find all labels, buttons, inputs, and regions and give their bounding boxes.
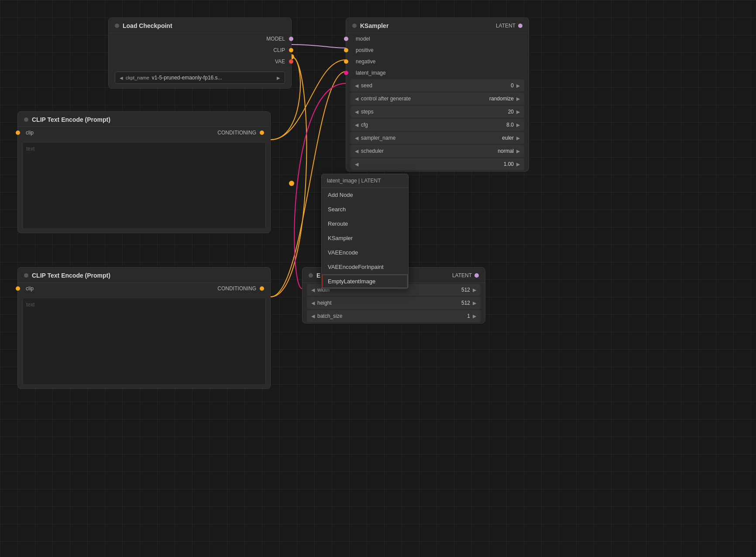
sampler-left-arrow[interactable]: ◀ xyxy=(355,135,358,141)
scheduler-left-arrow[interactable]: ◀ xyxy=(355,148,358,154)
control-label: control after generate xyxy=(361,96,489,102)
menu-item-ksampler[interactable]: KSampler xyxy=(322,231,408,245)
clip2-ports-row: clip CONDITIONING xyxy=(18,283,270,294)
sampler-right-arrow[interactable]: ▶ xyxy=(516,135,520,141)
clip-encode-2-header: CLIP Text Encode (Prompt) xyxy=(18,268,270,283)
control-value: randomize xyxy=(489,96,514,102)
checkpoint-selector[interactable]: ◀ ckpt_name v1-5-pruned-emaonly-fp16.s..… xyxy=(115,72,285,84)
clip2-text-placeholder: text xyxy=(26,302,34,308)
steps-param[interactable]: ◀ steps 20 ▶ xyxy=(351,106,524,118)
model-output-port[interactable] xyxy=(289,37,293,41)
clip2-input-port[interactable] xyxy=(16,286,20,291)
sampler-param[interactable]: ◀ sampler_name euler ▶ xyxy=(351,132,524,144)
vae-port-row: VAE xyxy=(109,56,291,67)
cfg-label: cfg xyxy=(361,122,506,128)
clip1-in-label: clip xyxy=(26,130,34,136)
seed-left-arrow[interactable]: ◀ xyxy=(355,83,358,89)
scheduler-param[interactable]: ◀ scheduler normal ▶ xyxy=(351,145,524,157)
context-menu: latent_image | LATENT Add Node Search Re… xyxy=(321,174,409,289)
node-title: Load Checkpoint xyxy=(123,22,172,29)
clip2-in-label: clip xyxy=(26,285,34,292)
cfg-right-arrow[interactable]: ▶ xyxy=(516,122,520,128)
height-right-arrow[interactable]: ▶ xyxy=(473,300,476,306)
seed-value: 0 xyxy=(511,83,514,89)
clip1-conditioning-port[interactable] xyxy=(260,131,264,135)
batch-param[interactable]: ◀ batch_size 1 ▶ xyxy=(307,310,481,322)
width-right-arrow[interactable]: ▶ xyxy=(473,287,476,293)
negative-in-label: negative xyxy=(356,58,375,65)
seed-right-arrow[interactable]: ▶ xyxy=(516,83,520,89)
batch-right-arrow[interactable]: ▶ xyxy=(473,313,476,319)
menu-item-add-node[interactable]: Add Node xyxy=(322,188,408,202)
denoise-param[interactable]: ◀ 1.00 ▶ xyxy=(351,158,524,170)
menu-item-emptylatentimage[interactable]: EmptyLatentImage xyxy=(322,274,408,289)
svg-point-1 xyxy=(289,181,294,186)
clip-encode-1-header: CLIP Text Encode (Prompt) xyxy=(18,112,270,127)
positive-in-row: positive xyxy=(346,45,529,56)
steps-label: steps xyxy=(361,109,508,115)
empty-latent-title: E xyxy=(316,272,320,279)
clip2-conditioning-port[interactable] xyxy=(260,286,264,291)
latent-output-port[interactable] xyxy=(518,24,522,28)
clip1-out-label: CONDITIONING xyxy=(217,130,256,136)
width-left-arrow[interactable]: ◀ xyxy=(311,287,315,293)
scheduler-label: scheduler xyxy=(361,148,498,154)
clip-output-port[interactable] xyxy=(289,48,293,52)
positive-input-port[interactable] xyxy=(344,48,348,52)
clip1-text-area[interactable]: text xyxy=(22,142,266,229)
empty-latent-status-dot xyxy=(309,273,313,278)
menu-item-vaeencodeforinpaint[interactable]: VAEEncodeForInpaint xyxy=(322,260,408,274)
vae-output-port[interactable] xyxy=(289,59,293,64)
ksampler-header: KSampler LATENT xyxy=(346,18,529,33)
empty-latent-output-port[interactable] xyxy=(474,273,479,278)
cfg-param[interactable]: ◀ cfg 8.0 ▶ xyxy=(351,119,524,131)
load-checkpoint-node: Load Checkpoint MODEL CLIP VAE ◀ ckpt_na… xyxy=(108,17,292,89)
negative-input-port[interactable] xyxy=(344,59,348,64)
clip2-text-area[interactable]: text xyxy=(22,298,266,385)
scheduler-right-arrow[interactable]: ▶ xyxy=(516,148,520,154)
model-input-port[interactable] xyxy=(344,37,348,41)
height-left-arrow[interactable]: ◀ xyxy=(311,300,315,306)
menu-item-search[interactable]: Search xyxy=(322,202,408,217)
batch-left-arrow[interactable]: ◀ xyxy=(311,313,315,319)
menu-item-reroute[interactable]: Reroute xyxy=(322,217,408,231)
latent-image-in-row: latent_image xyxy=(346,67,529,79)
model-port-label: MODEL xyxy=(266,36,285,42)
control-right-arrow[interactable]: ▶ xyxy=(516,96,520,102)
cfg-left-arrow[interactable]: ◀ xyxy=(355,122,358,128)
denoise-value: 1.00 xyxy=(504,161,514,167)
steps-left-arrow[interactable]: ◀ xyxy=(355,109,358,115)
latent-image-input-port[interactable] xyxy=(344,71,348,75)
ksampler-title: KSampler xyxy=(360,22,388,29)
control-param[interactable]: ◀ control after generate randomize ▶ xyxy=(351,93,524,105)
clip1-status-dot xyxy=(24,117,28,122)
clip1-ports-row: clip CONDITIONING xyxy=(18,127,270,138)
clip-encode-1-node: CLIP Text Encode (Prompt) clip CONDITION… xyxy=(17,111,271,233)
clip-encode-2-node: CLIP Text Encode (Prompt) clip CONDITION… xyxy=(17,267,271,389)
selector-name: ckpt_name xyxy=(126,75,149,80)
model-port-row: MODEL xyxy=(109,33,291,45)
clip-port-row: CLIP xyxy=(109,45,291,56)
cfg-value: 8.0 xyxy=(506,122,514,128)
height-value: 512 xyxy=(461,300,470,306)
height-param[interactable]: ◀ height 512 ▶ xyxy=(307,297,481,309)
steps-right-arrow[interactable]: ▶ xyxy=(516,109,520,115)
selector-left-arrow[interactable]: ◀ xyxy=(120,76,123,80)
selector-right-arrow[interactable]: ▶ xyxy=(277,76,280,80)
seed-param[interactable]: ◀ seed 0 ▶ xyxy=(351,79,524,92)
sampler-value: euler xyxy=(502,135,514,141)
height-label: height xyxy=(317,300,461,306)
positive-in-label: positive xyxy=(356,47,374,53)
clip1-input-port[interactable] xyxy=(16,131,20,135)
node-status-dot xyxy=(115,24,119,28)
steps-value: 20 xyxy=(508,109,514,115)
selector-value: v1-5-pruned-emaonly-fp16.s... xyxy=(152,75,274,81)
context-menu-header: latent_image | LATENT xyxy=(322,174,408,188)
denoise-left-arrow[interactable]: ◀ xyxy=(355,162,358,167)
denoise-right-arrow[interactable]: ▶ xyxy=(516,162,520,167)
menu-item-vaeencode[interactable]: VAEEncode xyxy=(322,245,408,260)
control-left-arrow[interactable]: ◀ xyxy=(355,96,358,102)
batch-value: 1 xyxy=(467,313,470,319)
clip1-title: CLIP Text Encode (Prompt) xyxy=(32,116,110,123)
sampler-label: sampler_name xyxy=(361,135,502,141)
